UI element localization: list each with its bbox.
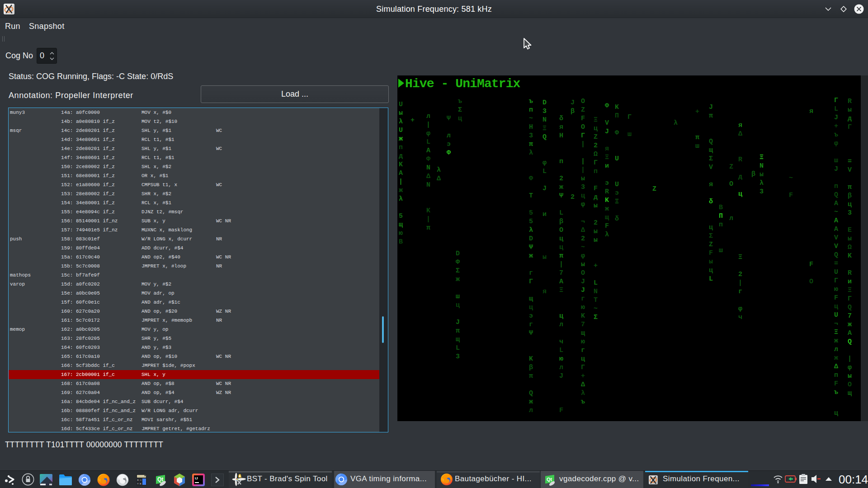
svg-text:÷ ×: ÷ × <box>137 482 142 485</box>
svg-text:Qt: Qt <box>157 476 163 483</box>
svg-text:+ −: + − <box>137 479 142 482</box>
svg-text:IJ: IJ <box>195 476 198 480</box>
svg-text:Qt: Qt <box>547 477 552 482</box>
